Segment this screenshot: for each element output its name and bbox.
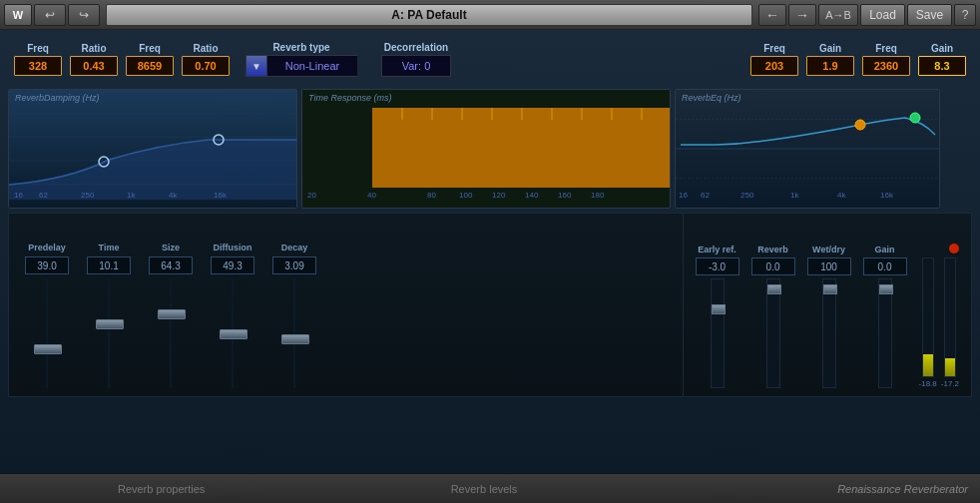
predelay-value[interactable]: 39.0	[25, 256, 69, 274]
diffusion-value[interactable]: 49.3	[211, 256, 254, 274]
gain1-group: Gain 1.9	[806, 43, 854, 76]
svg-text:40: 40	[367, 191, 376, 200]
time-slider[interactable]	[95, 278, 123, 388]
freq4-label: Freq	[875, 43, 897, 54]
ratio2-label: Ratio	[194, 43, 219, 54]
time-display[interactable]: 20 40 80 100 120 140 160 180	[302, 90, 670, 208]
decorrelation-group: Decorrelation Var: 0	[381, 42, 451, 77]
gain-fader[interactable]	[878, 278, 892, 388]
props-section-label: Reverb properties	[0, 483, 322, 495]
decorr-label: Decorrelation	[384, 42, 448, 53]
ratio1-input[interactable]: 0.43	[70, 56, 118, 76]
predelay-group: Predelay 39.0	[25, 243, 69, 388]
plugin-body: Freq 328 Ratio 0.43 Freq 8659 Ratio 0.70…	[0, 30, 980, 473]
svg-text:180: 180	[591, 191, 605, 200]
size-value[interactable]: 64.3	[149, 256, 193, 274]
eq-display[interactable]: 16 62 250 1k 4k 16k	[676, 90, 939, 208]
ratio2-input[interactable]: 0.70	[182, 56, 230, 76]
displays-row: ReverbDamping (Hz)	[8, 89, 972, 209]
decorr-value[interactable]: Var: 0	[381, 55, 451, 77]
nav-right-button[interactable]: →	[788, 4, 816, 26]
freq3-input[interactable]: 203	[750, 56, 798, 76]
reverb-fader[interactable]	[766, 278, 780, 388]
meters-group: -18.8 -17.2	[919, 244, 959, 388]
ratio1-group: Ratio 0.43	[70, 43, 118, 76]
freq3-label: Freq	[763, 43, 785, 54]
reverb-type-value[interactable]: Non-Linear	[267, 55, 357, 77]
meter1-group: -18.8	[919, 257, 937, 388]
time-group: Time 10.1	[87, 243, 131, 388]
reverb-level-value[interactable]: 0.0	[751, 257, 795, 275]
diffusion-slider[interactable]	[219, 278, 246, 388]
diffusion-label: Diffusion	[214, 243, 252, 252]
clip-led	[949, 244, 959, 253]
brand-label: Renaissance Reverberator	[646, 483, 980, 495]
nav-left-button[interactable]: ←	[758, 4, 786, 26]
ratio2-group: Ratio 0.70	[182, 43, 230, 76]
freq4-input[interactable]: 2360	[862, 56, 910, 76]
load-button[interactable]: Load	[860, 4, 905, 26]
svg-text:160: 160	[558, 191, 572, 200]
top-controls: Freq 328 Ratio 0.43 Freq 8659 Ratio 0.70…	[8, 38, 972, 81]
meter2-fill	[945, 358, 955, 376]
meter1-fill	[923, 354, 933, 376]
levels-container: Early ref. -3.0 Reverb 0.0 Wet/dry	[696, 222, 959, 388]
gain-level-value[interactable]: 0.0	[863, 257, 907, 275]
freq1-group: Freq 328	[14, 43, 62, 76]
reverb-level-label: Reverb	[757, 245, 788, 254]
reverb-level-group: Reverb 0.0	[751, 245, 795, 388]
freq1-input[interactable]: 328	[14, 56, 62, 76]
reverb-type-select[interactable]: ▼ Non-Linear	[245, 55, 357, 77]
eq-label: ReverbEq (Hz)	[682, 93, 741, 103]
svg-text:100: 100	[459, 191, 473, 200]
earlyref-value[interactable]: -3.0	[696, 257, 739, 275]
wetdry-fader[interactable]	[822, 278, 836, 388]
svg-text:250: 250	[81, 191, 95, 200]
svg-text:16: 16	[14, 191, 23, 200]
earlyref-label: Early ref.	[698, 245, 736, 254]
freq2-label: Freq	[139, 43, 161, 54]
time-panel: Time Response (ms)	[301, 89, 671, 209]
time-slider-label: Time	[99, 243, 120, 252]
ratio1-label: Ratio	[82, 43, 107, 54]
wetdry-group: Wet/dry 100	[807, 245, 851, 388]
gain-level-label: Gain	[875, 245, 895, 254]
eq-panel: ReverbEq (Hz) 16	[675, 89, 940, 209]
svg-text:16k: 16k	[880, 191, 894, 200]
gain1-input[interactable]: 1.9	[806, 56, 854, 76]
ab-button[interactable]: A→B	[818, 4, 858, 26]
undo-button[interactable]: ↩	[34, 4, 66, 26]
svg-point-36	[855, 120, 865, 130]
title-bar: W ↩ ↪ A: PA Default ← → A→B Load Save ?	[0, 0, 980, 30]
svg-text:120: 120	[492, 191, 506, 200]
wetdry-value[interactable]: 100	[807, 257, 851, 275]
decay-slider[interactable]	[280, 278, 308, 388]
decay-group: Decay 3.09	[272, 243, 316, 388]
damping-panel: ReverbDamping (Hz)	[8, 89, 297, 209]
damping-display[interactable]: 16 62 250 1k 4k 16k	[9, 90, 296, 208]
freq3-group: Freq 203	[750, 43, 798, 76]
size-label: Size	[162, 243, 180, 252]
time-value[interactable]: 10.1	[87, 256, 131, 274]
save-button[interactable]: Save	[907, 4, 952, 26]
diffusion-group: Diffusion 49.3	[211, 243, 254, 388]
decay-label: Decay	[281, 243, 308, 252]
decay-value[interactable]: 3.09	[272, 256, 316, 274]
help-button[interactable]: ?	[954, 4, 976, 26]
freq2-input[interactable]: 8659	[126, 56, 174, 76]
redo-button[interactable]: ↪	[68, 4, 100, 26]
reverb-levels-section: Early ref. -3.0 Reverb 0.0 Wet/dry	[684, 213, 972, 397]
levels-section-label: Reverb levels	[322, 483, 645, 495]
preset-name[interactable]: A: PA Default	[106, 4, 752, 26]
freq1-label: Freq	[27, 43, 49, 54]
freq2-group: Freq 8659	[126, 43, 174, 76]
svg-point-37	[910, 113, 920, 123]
reverb-type-arrow[interactable]: ▼	[245, 55, 267, 77]
svg-text:4k: 4k	[169, 191, 178, 200]
earlyref-fader[interactable]	[711, 278, 725, 388]
size-slider[interactable]	[157, 278, 185, 388]
gain1-label: Gain	[819, 43, 841, 54]
gain2-input[interactable]: 8.3	[918, 56, 966, 76]
predelay-slider[interactable]	[33, 278, 61, 388]
meter2-group: -17.2	[941, 257, 959, 388]
